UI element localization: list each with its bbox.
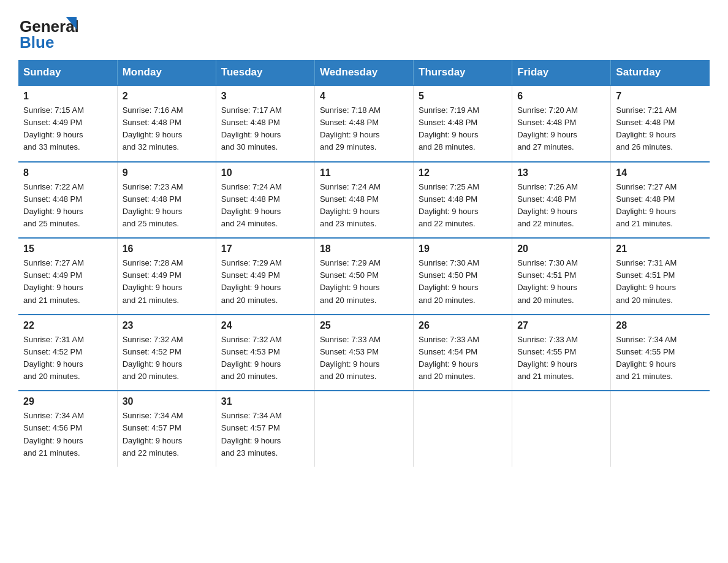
calendar-cell: 16Sunrise: 7:28 AMSunset: 4:49 PMDayligh… xyxy=(117,238,216,315)
logo: General Blue xyxy=(18,12,87,49)
cell-info: Sunrise: 7:24 AMSunset: 4:48 PMDaylight:… xyxy=(221,181,309,231)
day-number: 17 xyxy=(221,243,309,255)
calendar-cell: 30Sunrise: 7:34 AMSunset: 4:57 PMDayligh… xyxy=(117,391,216,467)
cell-info: Sunrise: 7:33 AMSunset: 4:55 PMDaylight:… xyxy=(517,334,605,383)
calendar-cell: 28Sunrise: 7:34 AMSunset: 4:55 PMDayligh… xyxy=(611,315,710,391)
calendar-cell: 29Sunrise: 7:34 AMSunset: 4:56 PMDayligh… xyxy=(18,391,117,467)
day-number: 9 xyxy=(123,167,211,178)
cell-info: Sunrise: 7:30 AMSunset: 4:50 PMDaylight:… xyxy=(419,257,507,307)
logo-icon: General Blue xyxy=(18,12,86,49)
calendar-week-5: 29Sunrise: 7:34 AMSunset: 4:56 PMDayligh… xyxy=(18,391,710,467)
cell-info: Sunrise: 7:34 AMSunset: 4:57 PMDaylight:… xyxy=(221,410,309,459)
cell-info: Sunrise: 7:27 AMSunset: 4:48 PMDaylight:… xyxy=(616,181,705,231)
day-number: 4 xyxy=(320,91,408,102)
cell-info: Sunrise: 7:30 AMSunset: 4:51 PMDaylight:… xyxy=(517,257,605,307)
calendar-cell: 15Sunrise: 7:27 AMSunset: 4:49 PMDayligh… xyxy=(18,238,117,315)
calendar-week-1: 1Sunrise: 7:15 AMSunset: 4:49 PMDaylight… xyxy=(18,85,710,162)
cell-info: Sunrise: 7:21 AMSunset: 4:48 PMDaylight:… xyxy=(616,104,705,154)
calendar-cell: 18Sunrise: 7:29 AMSunset: 4:50 PMDayligh… xyxy=(314,238,413,315)
day-number: 3 xyxy=(221,91,309,102)
calendar-cell: 12Sunrise: 7:25 AMSunset: 4:48 PMDayligh… xyxy=(414,162,512,239)
calendar-cell: 5Sunrise: 7:19 AMSunset: 4:48 PMDaylight… xyxy=(414,85,512,162)
calendar-table: SundayMondayTuesdayWednesdayThursdayFrid… xyxy=(18,60,710,467)
calendar-cell: 2Sunrise: 7:16 AMSunset: 4:48 PMDaylight… xyxy=(117,85,216,162)
day-number: 2 xyxy=(123,91,211,102)
day-number: 16 xyxy=(123,243,211,255)
cell-info: Sunrise: 7:34 AMSunset: 4:57 PMDaylight:… xyxy=(123,410,211,459)
day-header-saturday: Saturday xyxy=(611,60,710,85)
cell-info: Sunrise: 7:27 AMSunset: 4:49 PMDaylight:… xyxy=(23,257,112,307)
cell-info: Sunrise: 7:22 AMSunset: 4:48 PMDaylight:… xyxy=(23,181,112,231)
day-header-tuesday: Tuesday xyxy=(216,60,314,85)
calendar-cell: 3Sunrise: 7:17 AMSunset: 4:48 PMDaylight… xyxy=(216,85,314,162)
cell-info: Sunrise: 7:23 AMSunset: 4:48 PMDaylight:… xyxy=(123,181,211,231)
day-number: 11 xyxy=(320,167,408,178)
day-header-sunday: Sunday xyxy=(18,60,117,85)
calendar-cell: 7Sunrise: 7:21 AMSunset: 4:48 PMDaylight… xyxy=(611,85,710,162)
cell-info: Sunrise: 7:18 AMSunset: 4:48 PMDaylight:… xyxy=(320,104,408,154)
cell-info: Sunrise: 7:29 AMSunset: 4:49 PMDaylight:… xyxy=(221,257,309,307)
calendar-cell xyxy=(512,391,611,467)
day-number: 18 xyxy=(320,243,408,255)
cell-info: Sunrise: 7:29 AMSunset: 4:50 PMDaylight:… xyxy=(320,257,408,307)
cell-info: Sunrise: 7:28 AMSunset: 4:49 PMDaylight:… xyxy=(123,257,211,307)
day-number: 12 xyxy=(419,167,507,178)
cell-info: Sunrise: 7:34 AMSunset: 4:55 PMDaylight:… xyxy=(616,334,705,383)
day-number: 29 xyxy=(23,396,112,407)
svg-text:Blue: Blue xyxy=(20,33,54,49)
calendar-cell xyxy=(314,391,413,467)
calendar-week-3: 15Sunrise: 7:27 AMSunset: 4:49 PMDayligh… xyxy=(18,238,710,315)
day-number: 30 xyxy=(123,396,211,407)
day-header-wednesday: Wednesday xyxy=(314,60,413,85)
calendar-cell: 27Sunrise: 7:33 AMSunset: 4:55 PMDayligh… xyxy=(512,315,611,391)
days-of-week-row: SundayMondayTuesdayWednesdayThursdayFrid… xyxy=(18,60,710,85)
calendar-cell: 23Sunrise: 7:32 AMSunset: 4:52 PMDayligh… xyxy=(117,315,216,391)
calendar-cell: 1Sunrise: 7:15 AMSunset: 4:49 PMDaylight… xyxy=(18,85,117,162)
day-number: 20 xyxy=(517,243,605,255)
calendar-cell: 4Sunrise: 7:18 AMSunset: 4:48 PMDaylight… xyxy=(314,85,413,162)
day-number: 14 xyxy=(616,167,705,178)
day-number: 26 xyxy=(419,320,507,331)
calendar-week-4: 22Sunrise: 7:31 AMSunset: 4:52 PMDayligh… xyxy=(18,315,710,391)
calendar-cell: 25Sunrise: 7:33 AMSunset: 4:53 PMDayligh… xyxy=(314,315,413,391)
cell-info: Sunrise: 7:16 AMSunset: 4:48 PMDaylight:… xyxy=(123,104,211,154)
day-number: 27 xyxy=(517,320,605,331)
page-header: General Blue xyxy=(18,12,710,49)
calendar-cell: 8Sunrise: 7:22 AMSunset: 4:48 PMDaylight… xyxy=(18,162,117,239)
cell-info: Sunrise: 7:32 AMSunset: 4:53 PMDaylight:… xyxy=(221,334,309,383)
calendar-week-2: 8Sunrise: 7:22 AMSunset: 4:48 PMDaylight… xyxy=(18,162,710,239)
calendar-cell: 6Sunrise: 7:20 AMSunset: 4:48 PMDaylight… xyxy=(512,85,611,162)
calendar-cell: 11Sunrise: 7:24 AMSunset: 4:48 PMDayligh… xyxy=(314,162,413,239)
cell-info: Sunrise: 7:25 AMSunset: 4:48 PMDaylight:… xyxy=(419,181,507,231)
calendar-cell: 24Sunrise: 7:32 AMSunset: 4:53 PMDayligh… xyxy=(216,315,314,391)
cell-info: Sunrise: 7:17 AMSunset: 4:48 PMDaylight:… xyxy=(221,104,309,154)
day-number: 19 xyxy=(419,243,507,255)
calendar-cell xyxy=(611,391,710,467)
calendar-cell: 19Sunrise: 7:30 AMSunset: 4:50 PMDayligh… xyxy=(414,238,512,315)
cell-info: Sunrise: 7:19 AMSunset: 4:48 PMDaylight:… xyxy=(419,104,507,154)
day-number: 6 xyxy=(517,91,605,102)
day-number: 28 xyxy=(616,320,705,331)
day-number: 5 xyxy=(419,91,507,102)
calendar-cell: 13Sunrise: 7:26 AMSunset: 4:48 PMDayligh… xyxy=(512,162,611,239)
day-header-monday: Monday xyxy=(117,60,216,85)
calendar-cell: 10Sunrise: 7:24 AMSunset: 4:48 PMDayligh… xyxy=(216,162,314,239)
cell-info: Sunrise: 7:31 AMSunset: 4:52 PMDaylight:… xyxy=(23,334,112,383)
day-number: 13 xyxy=(517,167,605,178)
calendar-cell xyxy=(414,391,512,467)
day-header-thursday: Thursday xyxy=(414,60,512,85)
day-number: 1 xyxy=(23,91,112,102)
cell-info: Sunrise: 7:31 AMSunset: 4:51 PMDaylight:… xyxy=(616,257,705,307)
calendar-cell: 9Sunrise: 7:23 AMSunset: 4:48 PMDaylight… xyxy=(117,162,216,239)
calendar-cell: 21Sunrise: 7:31 AMSunset: 4:51 PMDayligh… xyxy=(611,238,710,315)
day-number: 25 xyxy=(320,320,408,331)
calendar-cell: 17Sunrise: 7:29 AMSunset: 4:49 PMDayligh… xyxy=(216,238,314,315)
calendar-cell: 14Sunrise: 7:27 AMSunset: 4:48 PMDayligh… xyxy=(611,162,710,239)
day-number: 8 xyxy=(23,167,112,178)
cell-info: Sunrise: 7:33 AMSunset: 4:53 PMDaylight:… xyxy=(320,334,408,383)
cell-info: Sunrise: 7:15 AMSunset: 4:49 PMDaylight:… xyxy=(23,104,112,154)
cell-info: Sunrise: 7:26 AMSunset: 4:48 PMDaylight:… xyxy=(517,181,605,231)
day-number: 24 xyxy=(221,320,309,331)
cell-info: Sunrise: 7:33 AMSunset: 4:54 PMDaylight:… xyxy=(419,334,507,383)
day-number: 10 xyxy=(221,167,309,178)
